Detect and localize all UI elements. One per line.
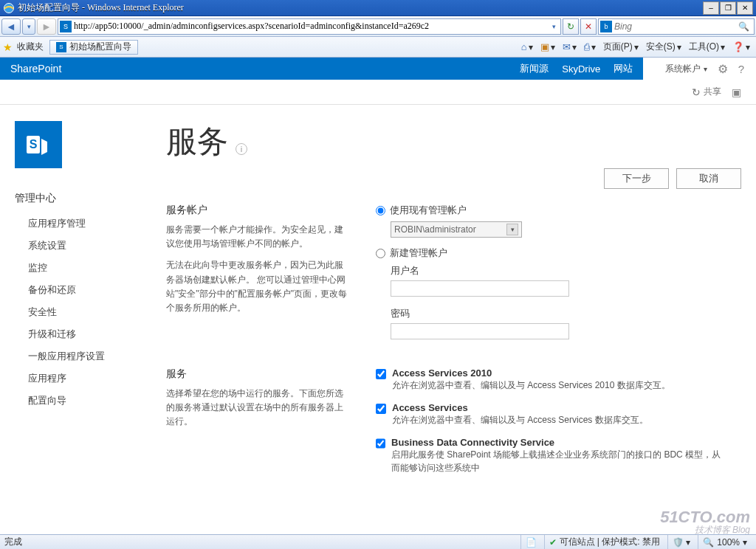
service-desc: 允许在浏览器中查看、编辑以及与 Access Services 2010 数据库… bbox=[392, 379, 670, 392]
service-account-title: 服务帐户 bbox=[166, 204, 349, 217]
password-label: 密码 bbox=[391, 307, 713, 320]
radio-existing-input[interactable] bbox=[376, 206, 385, 215]
bing-icon: b bbox=[600, 21, 612, 32]
safety-menu[interactable]: 安全(S) ▾ bbox=[643, 39, 684, 55]
suite-link-sites[interactable]: 网站 bbox=[614, 62, 633, 75]
sidebar-item-app-mgmt[interactable]: 应用程序管理 bbox=[15, 213, 166, 235]
svg-text:S: S bbox=[30, 138, 38, 151]
status-protected-icon[interactable]: 🛡️ ▾ bbox=[667, 535, 695, 549]
share-icon: ↻ bbox=[692, 86, 701, 98]
main-content: 服务 i 下一步 取消 服务帐户 服务需要一个帐户才能操作。为安全起见，建议您使… bbox=[166, 105, 756, 534]
search-box[interactable]: b 🔍 bbox=[598, 18, 755, 35]
browser-tab[interactable]: S 初始场配置向导 bbox=[49, 40, 138, 55]
status-zone[interactable]: ✔可信站点 | 保护模式: 禁用 bbox=[544, 535, 664, 549]
existing-account-select[interactable]: ROBIN\administrator ▾ bbox=[391, 221, 522, 238]
window-maximize-button[interactable]: ❐ bbox=[720, 1, 736, 15]
mail-button[interactable]: ✉▾ bbox=[560, 39, 580, 55]
suite-link-skydrive[interactable]: SkyDrive bbox=[562, 63, 600, 75]
tools-menu[interactable]: 工具(O) ▾ bbox=[686, 39, 728, 55]
site-favicon: S bbox=[60, 21, 72, 32]
print-icon: ⎙ bbox=[584, 41, 590, 52]
sidebar-item-config-wizard[interactable]: 配置向导 bbox=[15, 390, 166, 412]
search-input[interactable] bbox=[614, 21, 735, 32]
sidebar-item-apps[interactable]: 应用程序 bbox=[15, 367, 166, 390]
service-checkbox[interactable] bbox=[376, 369, 386, 379]
suite-account[interactable]: 系统帐户 ▾ bbox=[665, 63, 707, 75]
refresh-recent-button[interactable]: ↻ bbox=[563, 18, 579, 35]
service-account-desc1: 服务需要一个帐户才能操作。为安全起见，建议您使用与场管理帐户不同的帐户。 bbox=[166, 223, 349, 251]
next-button[interactable]: 下一步 bbox=[604, 168, 669, 189]
sidebar-item-general-app[interactable]: 一般应用程序设置 bbox=[15, 345, 166, 367]
tab-title: 初始场配置向导 bbox=[69, 41, 131, 53]
radio-new-account[interactable]: 新建管理帐户 bbox=[376, 246, 713, 260]
service-title: Business Data Connectivity Service bbox=[391, 437, 728, 448]
service-item-bdc: Business Data Connectivity Service 启用此服务… bbox=[376, 437, 728, 474]
tab-favicon: S bbox=[56, 42, 66, 52]
status-compat-icon[interactable]: 📄 bbox=[520, 535, 541, 549]
status-zoom[interactable]: 🔍 100% ▾ bbox=[698, 535, 752, 549]
url-box[interactable]: S ▾ bbox=[58, 18, 561, 35]
sidebar-item-upgrade[interactable]: 升级和迁移 bbox=[15, 323, 166, 345]
feeds-button[interactable]: ▣▾ bbox=[537, 39, 558, 55]
home-icon: ⌂ bbox=[521, 41, 527, 52]
service-item-access-2010: Access Services 2010 允许在浏览器中查看、编辑以及与 Acc… bbox=[376, 367, 728, 392]
suite-link-newsfeed[interactable]: 新闻源 bbox=[520, 62, 549, 75]
suite-settings-icon[interactable]: ⚙ bbox=[718, 62, 728, 76]
suite-bar: SharePoint 新闻源 SkyDrive 网站 bbox=[0, 58, 643, 80]
service-title: Access Services 2010 bbox=[392, 367, 670, 379]
help-button[interactable]: ❓▾ bbox=[729, 39, 753, 55]
service-desc: 启用此服务使 SharePoint 场能够上载描述企业业务系统部门的接口的 BD… bbox=[391, 448, 728, 474]
sidebar-item-system-settings[interactable]: 系统设置 bbox=[15, 235, 166, 257]
favorites-star-icon[interactable]: ★ bbox=[3, 41, 13, 53]
service-item-access: Access Services 允许在浏览器中查看、编辑以及与 Access S… bbox=[376, 402, 728, 427]
command-bar: ⌂▾ ▣▾ ✉▾ ⎙▾ 页面(P) ▾ 安全(S) ▾ 工具(O) ▾ ❓▾ bbox=[518, 39, 753, 55]
ie-app-icon bbox=[3, 2, 15, 14]
service-account-desc2: 无法在此向导中更改服务帐户，因为已为此服务器场创建默认帐户。 您可以通过管理中心… bbox=[166, 258, 349, 315]
radio-new-input[interactable] bbox=[376, 249, 385, 258]
check-icon: ✔ bbox=[549, 537, 557, 548]
cancel-button[interactable]: 取消 bbox=[676, 168, 741, 189]
mail-icon: ✉ bbox=[563, 41, 571, 52]
info-icon[interactable]: i bbox=[236, 143, 247, 155]
service-title: Access Services bbox=[392, 402, 648, 413]
home-button[interactable]: ⌂▾ bbox=[518, 39, 536, 55]
sidebar-item-security[interactable]: 安全性 bbox=[15, 301, 166, 323]
nav-back-button[interactable]: ◄ bbox=[1, 18, 21, 35]
suite-help-icon[interactable]: ? bbox=[738, 63, 744, 75]
nav-back-dropdown[interactable]: ▾ bbox=[22, 18, 35, 35]
window-title: 初始场配置向导 - Windows Internet Explorer bbox=[18, 1, 184, 14]
address-bar: ◄ ▾ ► S ▾ ↻ ✕ b 🔍 bbox=[0, 16, 756, 37]
window-close-button[interactable]: ✕ bbox=[737, 1, 753, 15]
nav-forward-button[interactable]: ► bbox=[37, 18, 56, 35]
suite-brand[interactable]: SharePoint bbox=[10, 63, 61, 75]
password-field[interactable] bbox=[391, 323, 569, 339]
sidebar-item-backup[interactable]: 备份和还原 bbox=[15, 279, 166, 301]
select-value: ROBIN\administrator bbox=[394, 224, 476, 235]
search-go-icon[interactable]: 🔍 bbox=[735, 21, 752, 32]
page-title: 服务 bbox=[166, 121, 228, 162]
page-menu[interactable]: 页面(P) ▾ bbox=[600, 39, 642, 55]
status-bar: 完成 📄 ✔可信站点 | 保护模式: 禁用 🛡️ ▾ 🔍 100% ▾ bbox=[0, 534, 756, 549]
chevron-down-icon: ▾ bbox=[506, 224, 518, 235]
services-title: 服务 bbox=[166, 367, 349, 381]
services-desc: 选择希望在您的场中运行的服务。下面您所选的服务将通过默认设置在场中的所有服务器上… bbox=[166, 387, 349, 429]
favorites-bar: ★ 收藏夹 S 初始场配置向导 ⌂▾ ▣▾ ✉▾ ⎙▾ 页面(P) ▾ 安全(S… bbox=[0, 37, 756, 58]
services-section: 服务 选择希望在您的场中运行的服务。下面您所选的服务将通过默认设置在场中的所有服… bbox=[166, 367, 743, 485]
print-button[interactable]: ⎙▾ bbox=[581, 39, 599, 55]
fullscreen-icon[interactable]: ▣ bbox=[732, 86, 741, 98]
share-button[interactable]: ↻ 共享 bbox=[692, 86, 721, 98]
window-minimize-button[interactable]: – bbox=[703, 1, 719, 15]
favorites-label[interactable]: 收藏夹 bbox=[17, 41, 44, 53]
nav-heading[interactable]: 管理中心 bbox=[15, 192, 166, 205]
nav-list: 应用程序管理 系统设置 监控 备份和还原 安全性 升级和迁移 一般应用程序设置 … bbox=[15, 213, 166, 412]
url-input[interactable] bbox=[74, 21, 549, 32]
sidebar-item-monitoring[interactable]: 监控 bbox=[15, 257, 166, 279]
username-field[interactable] bbox=[391, 280, 569, 297]
url-dropdown-icon[interactable]: ▾ bbox=[549, 23, 559, 30]
stop-button[interactable]: ✕ bbox=[580, 18, 597, 35]
sharepoint-tile-icon: S bbox=[15, 121, 62, 168]
ribbon-bar: ↻ 共享 ▣ bbox=[0, 80, 756, 105]
service-checkbox[interactable] bbox=[376, 438, 385, 449]
radio-existing-account[interactable]: 使用现有管理帐户 bbox=[376, 204, 713, 217]
service-checkbox[interactable] bbox=[376, 404, 386, 414]
